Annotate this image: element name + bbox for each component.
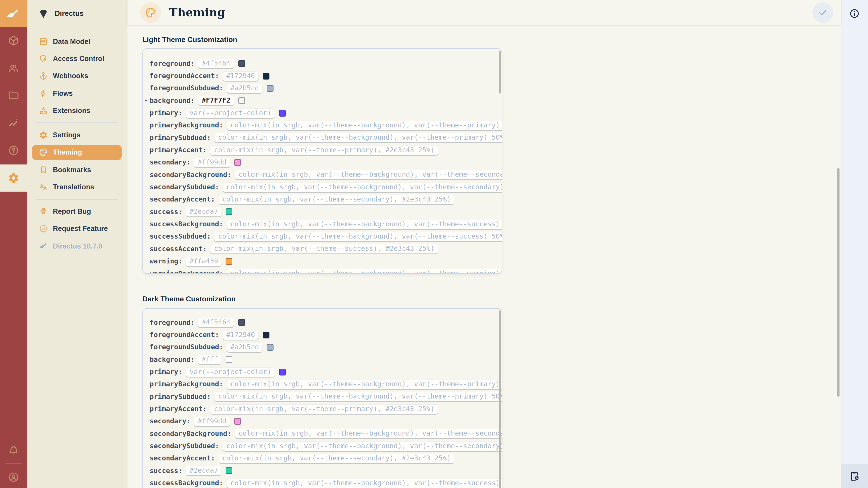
nav-divider bbox=[36, 199, 118, 199]
field-value-input[interactable]: color-mix(in srgb, var(--theme--backgrou… bbox=[223, 182, 502, 192]
sidebar-item-data-model[interactable]: Data Model bbox=[32, 34, 122, 49]
color-swatch[interactable] bbox=[267, 85, 274, 92]
field-value-input[interactable]: #a2b5cd bbox=[227, 84, 262, 93]
field-value-input[interactable]: #4f5464 bbox=[198, 59, 234, 68]
field-value-input[interactable]: #ff99dd bbox=[194, 158, 230, 167]
sidebar-item-request-feature[interactable]: Request Feature bbox=[32, 221, 122, 236]
field-key: primaryAccent: bbox=[150, 405, 207, 413]
field-value-input[interactable]: color-mix(in srgb, var(--theme--backgrou… bbox=[223, 441, 502, 451]
field-key: foregroundSubdued: bbox=[150, 343, 223, 351]
shield-person-icon bbox=[39, 54, 48, 63]
field-value-input[interactable]: #ff99dd bbox=[194, 417, 230, 426]
field-value-input[interactable]: color-mix(in srgb, var(--theme--primary)… bbox=[211, 145, 438, 155]
field-value-input[interactable]: color-mix(in srgb, var(--theme--backgrou… bbox=[227, 121, 502, 130]
color-swatch[interactable] bbox=[226, 208, 232, 215]
theme-field-row: successBackground:color-mix(in srgb, var… bbox=[143, 218, 502, 230]
theme-field-row: successAccent:color-mix(in srgb, var(--t… bbox=[143, 242, 502, 255]
module-content[interactable] bbox=[0, 27, 27, 54]
field-value-input[interactable]: #fff bbox=[198, 355, 222, 364]
sidebar-item-label: Request Feature bbox=[53, 225, 108, 233]
module-user-directory[interactable] bbox=[0, 55, 27, 82]
field-value-input[interactable]: #2ecda7 bbox=[186, 207, 222, 217]
sidebar-item-report-bug[interactable]: Report Bug bbox=[32, 204, 122, 219]
color-swatch[interactable] bbox=[226, 258, 232, 265]
info-button[interactable] bbox=[841, 0, 868, 27]
color-swatch[interactable] bbox=[238, 319, 245, 326]
theme-field-row: successBackground:color-mix(in srgb, var… bbox=[143, 477, 502, 488]
field-value-input[interactable]: #2ecda7 bbox=[186, 466, 222, 476]
revisions-button[interactable] bbox=[841, 464, 868, 488]
field-value-input[interactable]: color-mix(in srgb, var(--theme--backgrou… bbox=[227, 478, 502, 488]
version-info: Directus 10.7.0 bbox=[32, 238, 122, 254]
translate-icon bbox=[39, 182, 48, 191]
card-scrollbar[interactable] bbox=[498, 51, 501, 94]
field-key: primaryAccent: bbox=[150, 146, 207, 154]
field-value-input[interactable]: color-mix(in srgb, var(--theme--backgrou… bbox=[227, 269, 502, 274]
field-value-input[interactable]: color-mix(in srgb, var(--theme--secondar… bbox=[219, 454, 454, 463]
color-swatch[interactable] bbox=[279, 109, 286, 116]
box-icon bbox=[8, 35, 20, 46]
sidebar-item-flows[interactable]: Flows bbox=[32, 86, 122, 101]
module-documentation[interactable] bbox=[0, 137, 27, 164]
field-value-input[interactable]: #172940 bbox=[223, 71, 258, 80]
page-header: Theming bbox=[127, 0, 841, 25]
color-swatch[interactable] bbox=[226, 467, 232, 474]
project-header[interactable]: Directus bbox=[27, 0, 127, 27]
theme-field-row: warning:#ffa439 bbox=[143, 255, 502, 267]
field-key: primarySubdued: bbox=[150, 392, 211, 400]
field-value-input[interactable]: color-mix(in srgb, var(--theme--backgrou… bbox=[227, 380, 502, 389]
card-scrollbar[interactable] bbox=[498, 311, 501, 488]
color-swatch[interactable] bbox=[234, 159, 241, 166]
color-swatch[interactable] bbox=[263, 331, 270, 338]
sidebar-item-extensions[interactable]: Extensions bbox=[32, 103, 122, 118]
field-value-input[interactable]: color-mix(in srgb, var(--theme--backgrou… bbox=[235, 429, 502, 438]
theme-field-row: secondaryAccent:color-mix(in srgb, var(-… bbox=[143, 452, 502, 465]
field-value-input[interactable]: #172940 bbox=[223, 330, 258, 339]
field-value-input[interactable]: #ffa439 bbox=[186, 256, 222, 266]
field-value-input[interactable]: color-mix(in srgb, var(--theme--backgrou… bbox=[235, 170, 502, 180]
field-value-input[interactable]: #F7F7F2 bbox=[198, 96, 234, 105]
field-value-input[interactable]: color-mix(in srgb, var(--theme--backgrou… bbox=[215, 133, 502, 142]
sidebar-item-translations[interactable]: Translations bbox=[32, 180, 122, 194]
light-theme-editor: foreground:#4f5464foregroundAccent:#1729… bbox=[143, 48, 502, 274]
field-value-input[interactable]: var(--project-color) bbox=[186, 367, 275, 377]
field-value-input[interactable]: #a2b5cd bbox=[227, 343, 262, 352]
field-value-input[interactable]: color-mix(in srgb, var(--theme--secondar… bbox=[219, 195, 454, 204]
sidebar-item-theming[interactable]: Theming bbox=[32, 145, 122, 160]
color-swatch[interactable] bbox=[234, 418, 241, 425]
save-button[interactable] bbox=[812, 2, 833, 23]
field-key: primarySubdued: bbox=[150, 133, 211, 142]
directus-logo-button[interactable] bbox=[0, 0, 27, 27]
sidebar-item-settings[interactable]: Settings bbox=[32, 127, 122, 142]
field-key: primaryBackground: bbox=[150, 380, 223, 388]
field-value-input[interactable]: color-mix(in srgb, var(--theme--backgrou… bbox=[215, 232, 502, 241]
field-value-input[interactable]: color-mix(in srgb, var(--theme--backgrou… bbox=[227, 219, 502, 229]
field-value-input[interactable]: var(--project-color) bbox=[186, 108, 275, 118]
module-file-library[interactable] bbox=[0, 82, 27, 109]
field-value-input[interactable]: #4f5464 bbox=[198, 318, 234, 327]
page-icon-button[interactable] bbox=[140, 2, 161, 23]
directus-app: Directus Data Model Access Control Webho… bbox=[0, 0, 868, 488]
sidebar-item-access-control[interactable]: Access Control bbox=[32, 51, 122, 66]
field-key: primary: bbox=[150, 368, 182, 376]
notifications-button[interactable] bbox=[0, 437, 27, 464]
color-swatch[interactable] bbox=[238, 97, 245, 104]
sidebar-item-label: Report Bug bbox=[53, 207, 91, 215]
theme-field-row: primaryAccent:color-mix(in srgb, var(--t… bbox=[143, 144, 502, 156]
page-scrollbar[interactable] bbox=[837, 168, 839, 397]
color-swatch[interactable] bbox=[267, 344, 274, 351]
color-swatch[interactable] bbox=[279, 368, 286, 375]
module-settings[interactable] bbox=[0, 164, 27, 192]
sidebar-item-webhooks[interactable]: Webhooks bbox=[32, 68, 122, 83]
field-value-input[interactable]: color-mix(in srgb, var(--theme--primary)… bbox=[211, 404, 438, 414]
account-button[interactable] bbox=[0, 464, 27, 488]
color-swatch[interactable] bbox=[226, 356, 232, 363]
color-swatch[interactable] bbox=[263, 72, 270, 79]
module-insights[interactable] bbox=[0, 109, 27, 136]
field-value-input[interactable]: color-mix(in srgb, var(--theme--success)… bbox=[211, 244, 438, 254]
list-alt-icon bbox=[39, 37, 48, 46]
version-label: Directus 10.7.0 bbox=[53, 242, 102, 250]
sidebar-item-bookmarks[interactable]: Bookmarks bbox=[32, 162, 122, 177]
field-value-input[interactable]: color-mix(in srgb, var(--theme--backgrou… bbox=[215, 392, 502, 401]
color-swatch[interactable] bbox=[238, 60, 245, 67]
